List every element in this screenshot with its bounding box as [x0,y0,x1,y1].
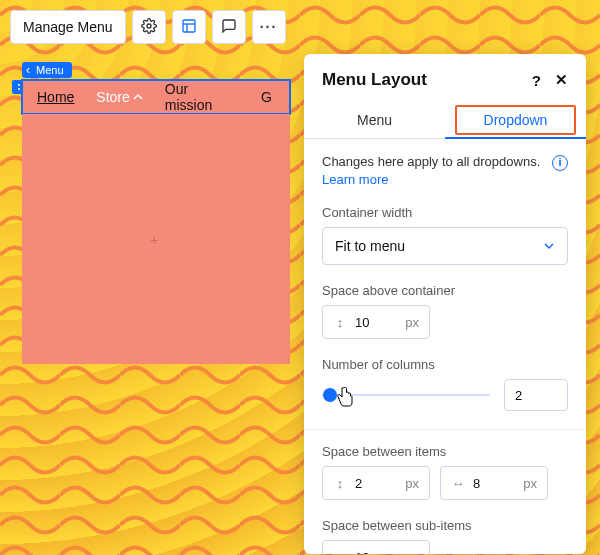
help-button[interactable]: ? [532,72,541,89]
comment-button[interactable] [212,10,246,44]
container-width-select[interactable]: Fit to menu [322,227,568,265]
selection-badge-label: Menu [36,64,64,76]
space-above-value: 10 [355,315,397,330]
space-items-vertical-input[interactable]: ↕ 2 px [322,466,430,500]
space-sub-value: 10 [355,550,397,554]
learn-more-link[interactable]: Learn more [322,172,388,187]
tab-dropdown[interactable]: Dropdown [445,102,586,138]
cursor-pointer-icon [336,387,354,411]
menu-item-truncated[interactable]: G [261,89,275,105]
num-columns-slider[interactable] [322,394,490,396]
more-icon: ··· [260,19,278,35]
notice-text: Changes here apply to all dropdowns. Lea… [322,153,568,189]
svg-point-0 [147,24,151,28]
vertical-arrows-icon: ↕ [333,550,347,554]
selection-badge[interactable]: Menu [22,62,72,78]
info-icon[interactable]: i [552,155,568,171]
chevron-up-icon [133,92,143,102]
center-marker: + [150,232,158,248]
menu-item-home[interactable]: Home [37,89,74,105]
space-items-horizontal-input[interactable]: ↔ 8 px [440,466,548,500]
space-sub-input[interactable]: ↕ 10 px [322,540,430,554]
layout-icon [181,18,197,37]
unit-px: px [405,315,419,330]
menu-item-store[interactable]: Store [96,89,142,105]
menu-layout-panel: Menu Layout ? ✕ Menu Dropdown Changes he… [304,54,586,554]
layout-button[interactable] [172,10,206,44]
num-columns-label: Number of columns [322,357,568,372]
unit-px: px [405,550,419,554]
separator [304,429,586,430]
element-toolbar: Manage Menu ··· [10,10,286,44]
space-items-vertical-value: 2 [355,476,397,491]
more-button[interactable]: ··· [252,10,286,44]
vertical-arrows-icon: ↕ [333,315,347,329]
num-columns-input[interactable]: 2 [504,379,568,411]
menu-item-store-label: Store [96,89,129,105]
menu-element[interactable]: Home Store Our mission G [22,80,290,114]
container-width-value: Fit to menu [335,238,405,254]
space-above-input[interactable]: ↕ 10 px [322,305,430,339]
space-above-label: Space above container [322,283,568,298]
notice-copy: Changes here apply to all dropdowns. [322,154,540,169]
unit-px: px [405,476,419,491]
settings-button[interactable] [132,10,166,44]
container-width-label: Container width [322,205,568,220]
horizontal-arrows-icon: ↔ [451,476,465,490]
space-items-horizontal-value: 8 [473,476,515,491]
space-items-label: Space between items [322,444,568,459]
vertical-arrows-icon: ↕ [333,476,347,490]
menu-item-mission[interactable]: Our mission [165,81,239,113]
tab-dropdown-label: Dropdown [484,112,548,128]
num-columns-value: 2 [515,388,522,403]
space-sub-label: Space between sub-items [322,518,568,533]
gear-icon [141,18,157,37]
manage-menu-button[interactable]: Manage Menu [10,10,126,44]
close-button[interactable]: ✕ [555,71,568,89]
panel-body: Changes here apply to all dropdowns. Lea… [304,139,586,554]
panel-title: Menu Layout [322,70,427,90]
svg-rect-1 [183,20,195,32]
chevron-down-icon [543,240,555,252]
panel-header: Menu Layout ? ✕ [304,54,586,102]
unit-px: px [523,476,537,491]
tab-menu[interactable]: Menu [304,102,445,138]
slider-thumb[interactable] [323,388,337,402]
comment-icon [221,18,237,37]
panel-tabs: Menu Dropdown [304,102,586,139]
